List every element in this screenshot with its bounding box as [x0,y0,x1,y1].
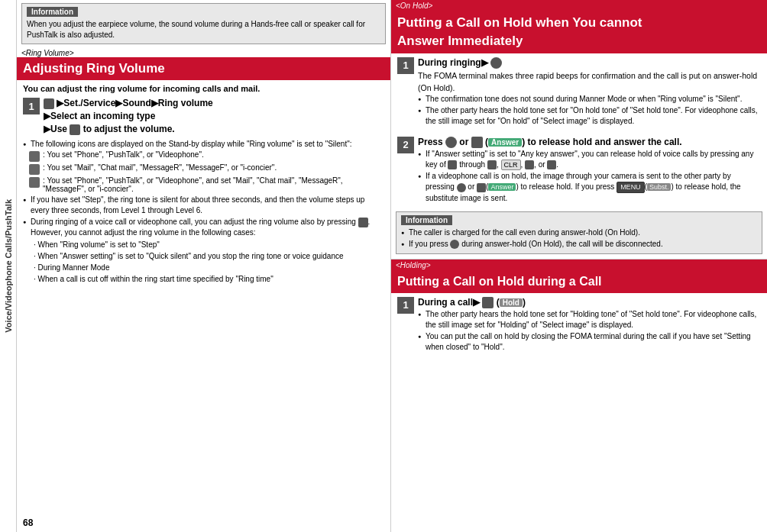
holding-tag: <Holding> [391,260,767,271]
right-info-box: Information The caller is charged for th… [396,211,762,254]
sidebar-label: Voice/Videophone Calls/PushTalk [4,199,13,333]
right-step-1-num: 1 [397,57,414,74]
step-1-line1: ▶Set./Service▶Sound▶Ring volume [44,97,384,110]
step-1-line3: ▶Use to adjust the volume. [44,123,384,136]
subst-label: Subst. [647,183,672,191]
holding-b1: The other party hears the hold tone set … [418,309,761,330]
both-icon [29,177,40,188]
menu-key [525,160,534,169]
icon-list-2: : You set "Mail", "Chat mail", "MessageR… [23,163,384,175]
bullet-ringing: During ringing of a voice call or videop… [23,217,384,238]
menu-btn: MENU [617,182,645,193]
ring-volume-bullets: The following icons are displayed on the… [23,139,384,150]
ring-volume-tag: <Ring Volume> [17,47,390,57]
step-1-line2: ▶Select an incoming type [44,110,384,123]
case-1: · When "Ring volume" is set to "Step" [34,239,384,250]
case-3: · During Manner Mode [34,262,384,273]
answer-label: Answer [488,138,522,147]
right-s1-b2: The other party hears the hold tone set … [418,105,761,127]
right-step-1-bullets: The confirmation tone does not sound dur… [418,94,761,127]
right-step-2-bullets: If "Answer setting" is set to "Any key a… [418,149,761,204]
info-box-top-header: Information [27,7,78,17]
key-icon [448,160,457,169]
right-step-1-desc: The FOMA terminal makes three rapid beep… [418,70,761,93]
holding-section: <Holding> Putting a Call on Hold during … [391,259,767,359]
right-s2-b1: If "Answer setting" is set to "Any key a… [418,149,761,171]
ring-volume-intro: You can adjust the ring volume for incom… [23,84,384,93]
bullet-step: If you have set "Step", the ring tone is… [23,195,384,216]
sidebar: Voice/Videophone Calls/PushTalk [0,0,17,532]
call-icon-2b [471,137,483,148]
right-step-2: 2 Press or (Answer) to release hold and … [391,133,767,210]
icon-list-3: : You set "Phone", "PushTalk", or "Video… [23,176,384,193]
step-1-number: 1 [23,98,40,114]
right-info-b1: The caller is charged for the call even … [401,227,757,238]
phone-icon [29,151,40,162]
holding-b2: You can put the call on hold by closing … [418,331,761,353]
icon-list-1: : You set "Phone", "PushTalk", or "Video… [23,150,384,162]
hold-label: Hold [500,298,523,307]
call-icon-2a [445,137,457,148]
volume-icon [70,124,80,135]
holding-step-1: 1 During a call▶ (Hold) The other party … [391,293,767,359]
holding-step-1-title: During a call▶ (Hold) [418,296,761,309]
info-box-top: Information When you adjust the earpiece… [21,3,386,44]
info-box-top-text: When you adjust the earpiece volume, the… [27,19,380,40]
case-4: · When a call is cut off within the ring… [34,273,384,285]
on-hold-title-line2: Answer Immediately [391,32,767,53]
other-key [547,160,556,169]
ring-volume-section: <Ring Volume> Adjusting Ring Volume [17,47,390,80]
right-step-2-title: Press or (Answer) to release hold and an… [418,136,761,149]
right-step-2-content: Press or (Answer) to release hold and an… [418,136,761,205]
right-s1-b1: The confirmation tone does not sound dur… [418,94,761,105]
left-content-area: You can adjust the ring volume for incom… [17,80,390,532]
key-icon-2 [487,160,497,169]
step-1: 1 ▶Set./Service▶Sound▶Ring volume ▶Selec… [23,97,384,135]
right-info-header: Information [401,215,452,225]
right-info-b2: If you press during answer-hold (On Hold… [401,239,757,250]
holding-step-1-num: 1 [397,297,414,314]
end-icon [450,240,459,249]
right-step-1: 1 During ringing▶ The FOMA terminal make… [391,53,767,133]
mail-icon [29,164,40,175]
on-hold-tag: <On Hold> [391,0,767,11]
right-info-bullets: The caller is charged for the call even … [401,227,757,250]
ringing-icon [490,57,502,69]
cam-icon [457,183,466,192]
case-2: · When "Answer setting" is set to "Quick… [34,250,384,262]
right-column: <On Hold> Putting a Call on Hold when Yo… [391,0,767,532]
step-1-content: ▶Set./Service▶Sound▶Ring volume ▶Select … [44,97,384,135]
ring-volume-sub-cases: · When "Ring volume" is set to "Step" · … [23,239,384,285]
answer-label-2: Answer [488,183,516,191]
holding-step-1-content: During a call▶ (Hold) The other party he… [418,296,761,353]
right-step-1-title: During ringing▶ [418,56,761,69]
bullet-0: The following icons are displayed on the… [23,139,384,150]
cam-icon2 [477,183,486,192]
menu-icon [44,98,54,109]
vol-btn-icon [358,218,368,227]
hold-btn-icon [482,297,494,308]
right-step-1-content: During ringing▶ The FOMA terminal makes … [418,56,761,127]
right-s2-b2: If a videophone call is on hold, the ima… [418,171,761,204]
holding-step-1-bullets: The other party hears the hold tone set … [418,309,761,353]
right-step-2-num: 2 [397,137,414,153]
ring-volume-bullets-2: If you have set "Step", the ring tone is… [23,195,384,238]
on-hold-title-line1: Putting a Call on Hold when You cannot [391,11,767,32]
holding-title: Putting a Call on Hold during a Call [391,271,767,293]
page-number: 68 [23,517,33,528]
ring-volume-title: Adjusting Ring Volume [17,57,390,80]
clr-key: CLR [501,160,521,171]
